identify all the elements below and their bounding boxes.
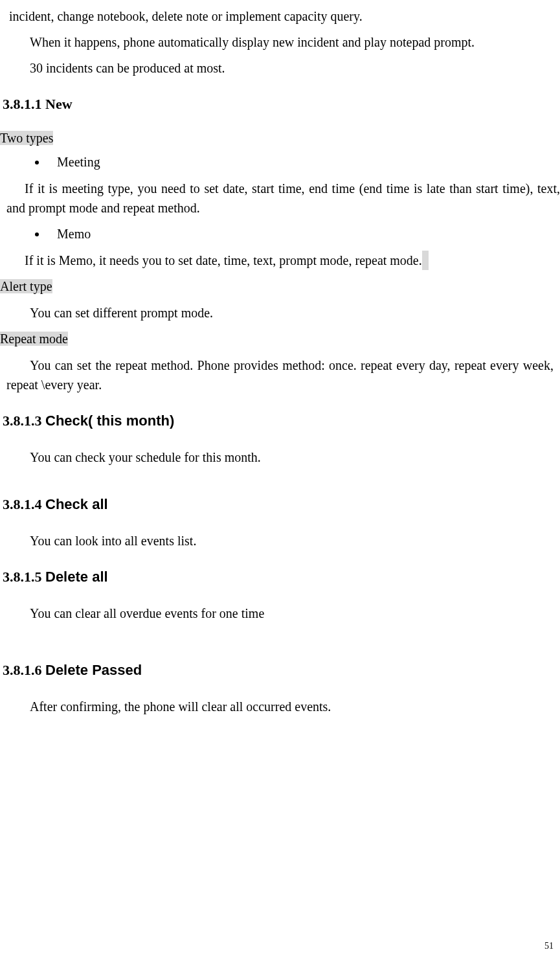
- bullet-text: Meeting: [57, 155, 100, 170]
- section-heading-3-8-1-1: 3.8.1.1 New: [3, 96, 560, 113]
- paragraph-text: You can clear all overdue events for one…: [6, 604, 554, 623]
- section-heading-3-8-1-4: 3.8.1.4 Check all: [3, 496, 560, 513]
- repeat-mode-label: Repeat mode: [0, 332, 560, 346]
- memo-desc-text: If it is Memo, it needs you to set date,…: [25, 253, 422, 267]
- section-title: Delete all: [45, 569, 108, 585]
- bullet-memo: Memo: [35, 227, 560, 242]
- paragraph-text: You can check your schedule for this mon…: [6, 448, 554, 467]
- paragraph-text: You can look into all events list.: [6, 531, 554, 550]
- paragraph-text: After confirming, the phone will clear a…: [6, 697, 554, 716]
- section-number: 3.8.1.4: [3, 496, 42, 512]
- bullet-meeting: Meeting: [35, 155, 560, 170]
- section-number: 3.8.1.1: [3, 96, 42, 112]
- alert-type-label: Alert type: [0, 279, 560, 294]
- highlighted-text: Alert type: [0, 279, 52, 293]
- paragraph-text: If it is Memo, it needs you to set date,…: [6, 251, 560, 270]
- two-types-label: Two types: [0, 131, 560, 146]
- paragraph-text: incident, change notebook, delete note o…: [6, 6, 554, 26]
- bullet-dot-icon: [35, 161, 39, 164]
- bullet-dot-icon: [35, 232, 39, 236]
- section-number: 3.8.1.6: [3, 662, 42, 678]
- section-title: New: [45, 96, 73, 112]
- page-number: 51: [544, 941, 554, 951]
- section-heading-3-8-1-3: 3.8.1.3 Check( this month): [3, 413, 560, 429]
- section-heading-3-8-1-5: 3.8.1.5 Delete all: [3, 569, 560, 585]
- paragraph-text: When it happens, phone automatically dis…: [6, 32, 554, 52]
- highlighted-text: Repeat mode: [0, 332, 68, 346]
- section-number: 3.8.1.3: [3, 413, 42, 429]
- section-title: Check all: [45, 496, 108, 512]
- highlight-trail: [422, 251, 429, 270]
- section-title: Check( this month): [45, 413, 174, 429]
- paragraph-text: You can set different prompt mode.: [6, 303, 554, 323]
- paragraph-text: You can set the repeat method. Phone pro…: [6, 356, 554, 394]
- section-title: Delete Passed: [45, 662, 142, 678]
- section-heading-3-8-1-6: 3.8.1.6 Delete Passed: [3, 662, 560, 679]
- section-number: 3.8.1.5: [3, 569, 42, 585]
- bullet-text: Memo: [57, 227, 91, 242]
- document-page: incident, change notebook, delete note o…: [0, 0, 560, 716]
- paragraph-text: If it is meeting type, you need to set d…: [6, 179, 560, 218]
- paragraph-text: 30 incidents can be produced at most.: [6, 58, 554, 78]
- highlighted-text: Two types: [0, 131, 53, 145]
